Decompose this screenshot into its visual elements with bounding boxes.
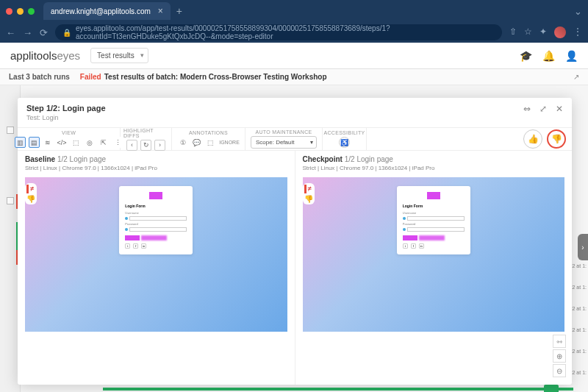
view-label: VIEW [62, 130, 76, 135]
new-tab-icon[interactable]: + [176, 5, 182, 17]
share-icon[interactable]: ⇧ [509, 26, 517, 38]
username-input [407, 216, 465, 221]
progress-bar [103, 388, 573, 391]
facebook-icon: f [133, 243, 138, 249]
card-logo [427, 192, 440, 199]
checkpoint-pane: Checkpoint 1/2 Login page Strict | Linux… [295, 151, 573, 385]
remember-blur [419, 235, 445, 240]
layers-icon[interactable]: ≋ [43, 137, 54, 148]
login-card: Login Form Username Password tfin [119, 186, 193, 254]
share-small-icon[interactable]: ↗ [573, 73, 579, 81]
zoom-in-icon[interactable]: ⊕ [553, 349, 566, 363]
step-editor-modal: Step 1/2: Login page Test: Login ⇔ ⤢ ✕ V… [18, 98, 572, 385]
highlight-label: HIGHLIGHT DIFFS [123, 128, 168, 138]
zoom-out-icon[interactable]: ⊖ [553, 364, 566, 377]
export-icon[interactable]: ⇱ [98, 137, 110, 148]
test-results-dropdown[interactable]: Test results [90, 48, 148, 63]
toolbar: VIEW ▥ ▤ ≋ </> ⬚ ◎ ⇱ ⋮ HIGHLIGHT DIFFS ‹… [18, 127, 572, 151]
baseline-meta: Strict | Linux | Chrome 97.0 | 1366x1024… [25, 165, 287, 171]
baseline-label: Baseline [25, 155, 55, 163]
float-tools: ⇿ ⊕ ⊖ [553, 335, 566, 377]
comment-icon[interactable]: 💬 [191, 137, 202, 148]
username-input [129, 216, 187, 221]
issue-icon[interactable]: ① [177, 137, 188, 148]
view-side-by-side-icon[interactable]: ▥ [15, 137, 26, 148]
baseline-screenshot[interactable]: Login Form Username Password tfin [25, 177, 287, 332]
target-icon[interactable]: ◎ [85, 137, 96, 148]
thumbs-up-button[interactable]: 👍 [523, 129, 542, 149]
window-controls [6, 8, 35, 15]
not-equal-icon: ≠ [30, 185, 35, 193]
lock-icon: 🔒 [62, 29, 71, 37]
password-input [129, 227, 187, 232]
code-icon[interactable]: </> [57, 137, 68, 148]
ignore-label[interactable]: IGNORE [219, 140, 240, 145]
close-tab-icon[interactable]: × [158, 6, 163, 16]
checkpoint-screenshot[interactable]: Login Form Username Password tfin [303, 177, 565, 332]
bell-icon[interactable]: 🔔 [542, 50, 555, 62]
forward-icon[interactable]: → [23, 27, 32, 38]
thumb-down-small-icon[interactable]: 👎 [26, 195, 35, 203]
browser-tab[interactable]: andrew.knight@applitools.com × [43, 2, 171, 20]
star-icon[interactable]: ☆ [524, 26, 532, 38]
cycle-diff-icon[interactable]: ↻ [140, 140, 151, 151]
next-diff-icon[interactable]: › [154, 140, 165, 151]
reload-icon[interactable]: ⟳ [40, 27, 48, 38]
form-title: Login Form [125, 204, 187, 208]
app-body: applitoolseyes Test results 🎓 🔔 👤 Last 3… [0, 43, 588, 392]
expand-panel-handle[interactable]: › [578, 234, 588, 260]
menu-icon[interactable]: ⋮ [573, 26, 582, 38]
login-card: Login Form Username Password tfin [397, 186, 470, 254]
fit-icon[interactable]: ⇿ [553, 335, 566, 348]
expand-icon[interactable]: ⤢ [539, 104, 547, 114]
scope-dropdown[interactable]: Scope: Default [251, 136, 317, 149]
status-failed: Failed [80, 73, 101, 81]
progress-badge [544, 385, 559, 392]
region-select-icon[interactable]: ⬚ [205, 137, 216, 148]
share-icon[interactable]: ⇔ [523, 104, 531, 114]
url-bar: ← → ⟳ 🔒 eyes.applitools.com/app/test-res… [0, 22, 588, 43]
checkpoint-label: Checkpoint [303, 155, 343, 163]
close-window[interactable] [6, 8, 12, 15]
url-text: eyes.applitools.com/app/test-results/000… [76, 24, 495, 40]
auto-maintenance-label: AUTO MAINTENANCE [255, 129, 312, 135]
password-input [407, 227, 465, 232]
close-icon[interactable]: ✕ [556, 104, 563, 114]
browser-chrome: andrew.knight@applitools.com × + ⌄ [0, 0, 588, 22]
profile-avatar[interactable] [554, 26, 566, 38]
modal-title: Step 1/2: Login page [26, 104, 106, 113]
annotations-label: ANNOTATIONS [189, 130, 228, 135]
card-logo [149, 192, 162, 199]
diff-indicator: ≠ 👎 [303, 183, 315, 204]
address-field[interactable]: 🔒 eyes.applitools.com/app/test-results/0… [55, 24, 502, 40]
applitools-logo[interactable]: applitoolseyes [10, 49, 80, 62]
graduation-icon[interactable]: 🎓 [520, 50, 532, 62]
batch-title: Test results of batch: Modern Cross-Brow… [104, 73, 327, 81]
linkedin-icon: in [419, 243, 424, 249]
thumb-down-small-icon[interactable]: 👎 [304, 195, 313, 203]
region-icon[interactable]: ⬚ [71, 137, 82, 148]
remember-blur [141, 235, 167, 240]
thumbs-down-button[interactable]: 👎 [547, 129, 566, 149]
sub-header: Last 3 batch runs Failed Test results of… [0, 69, 588, 85]
linkedin-icon: in [141, 243, 146, 249]
form-title: Login Form [403, 204, 465, 208]
view-toggle-icon[interactable]: ▤ [29, 137, 40, 148]
sidebar-checkbox[interactable] [7, 126, 14, 134]
back-icon[interactable]: ← [6, 27, 15, 38]
chevron-down-icon[interactable]: ⌄ [574, 6, 582, 17]
not-equal-icon: ≠ [308, 185, 312, 193]
baseline-pane: Baseline 1/2 Login page Strict | Linux |… [18, 151, 295, 385]
modal-subtitle: Test: Login [26, 114, 106, 121]
user-icon[interactable]: 👤 [565, 50, 578, 62]
minimize-window[interactable] [17, 8, 24, 15]
sidebar-checkbox[interactable] [7, 197, 14, 204]
prev-diff-icon[interactable]: ‹ [126, 140, 137, 151]
checkpoint-meta: Strict | Linux | Chrome 97.0 | 1366x1024… [303, 165, 565, 171]
extensions-icon[interactable]: ✦ [539, 26, 547, 38]
twitter-icon: t [403, 243, 408, 249]
accessibility-icon[interactable]: ♿ [339, 137, 350, 148]
login-button [403, 235, 417, 240]
tab-title: andrew.knight@applitools.com [51, 7, 151, 15]
maximize-window[interactable] [28, 8, 35, 15]
